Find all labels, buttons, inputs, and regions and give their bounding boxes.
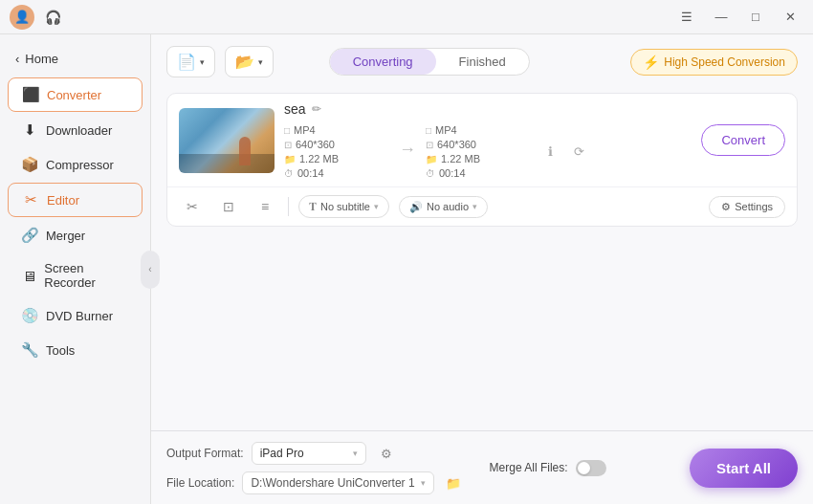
source-duration-value: 00:14	[297, 167, 324, 179]
start-all-button[interactable]: Start All	[690, 449, 798, 488]
sidebar-item-label: DVD Burner	[46, 309, 113, 323]
format-select-chevron: ▾	[353, 449, 358, 458]
tab-bar: Converting Finished	[329, 48, 530, 76]
avatar-icon[interactable]: 👤	[10, 5, 34, 30]
sidebar-item-label: Downloader	[46, 123, 112, 138]
edit-filename-icon[interactable]: ✏	[312, 102, 321, 116]
metadata-right: ℹ ⟳	[538, 141, 590, 164]
audio-select[interactable]: 🔊 No audio ▾	[399, 196, 488, 218]
thumbnail-overlay	[179, 154, 275, 173]
add-folder-chevron: ▾	[258, 57, 263, 67]
maximize-button[interactable]: □	[742, 4, 769, 31]
converter-icon: ⬛	[22, 86, 39, 103]
screen-recorder-icon: 🖥	[21, 268, 36, 284]
file-meta-row: □ MP4 ⊡ 640*360 📁 1.22 MB	[284, 124, 692, 179]
sidebar-collapse-button[interactable]: ‹	[141, 251, 160, 289]
sidebar-item-editor[interactable]: ✂ Editor	[8, 183, 143, 217]
source-resolution-value: 640*360	[296, 139, 335, 150]
bottom-left-section: Output Format: iPad Pro ▾ ⚙ File Locatio…	[166, 441, 461, 494]
thumbnail-figure	[239, 137, 251, 165]
merger-icon: 🔗	[21, 227, 38, 244]
sidebar-item-merger[interactable]: 🔗 Merger	[8, 219, 143, 252]
file-thumbnail	[179, 108, 275, 173]
dest-resolution-icon: ⊡	[426, 140, 433, 150]
dest-size: 📁 1.22 MB	[426, 153, 531, 164]
settings-label: Settings	[735, 201, 773, 212]
menu-icon[interactable]: ☰	[673, 4, 700, 31]
file-location-row: File Location: D:\Wondershare UniConvert…	[166, 471, 461, 494]
format-icon: □	[284, 125, 290, 136]
sidebar-item-label: Converter	[47, 88, 101, 102]
source-size: 📁 1.22 MB	[284, 153, 389, 164]
tools-icon: 🔧	[21, 341, 38, 359]
location-chevron: ▾	[421, 478, 426, 488]
file-item: sea ✏ □ MP4 ⊡	[166, 93, 798, 227]
settings-button[interactable]: ⚙ Settings	[709, 196, 785, 218]
output-format-select[interactable]: iPad Pro ▾	[252, 442, 366, 465]
home-link[interactable]: ‹ Home	[0, 44, 150, 74]
source-format: □ MP4	[284, 124, 389, 136]
output-format-row: Output Format: iPad Pro ▾ ⚙	[166, 441, 461, 466]
dest-duration-value: 00:14	[439, 167, 466, 179]
subtitle-icon: 𝐓	[309, 200, 317, 213]
add-folder-icon: 📂	[235, 53, 254, 71]
dest-duration: ⏱ 00:14	[426, 167, 531, 179]
effects-icon-button[interactable]: ≡	[252, 193, 278, 220]
source-duration: ⏱ 00:14	[284, 167, 389, 179]
lightning-icon: ⚡	[643, 55, 659, 70]
sidebar-item-tools[interactable]: 🔧 Tools	[8, 334, 143, 366]
cut-icon-button[interactable]: ✂	[179, 193, 206, 220]
sidebar: ‹ Home ⬛ Converter ⬇ Downloader 📦 Compre…	[0, 34, 151, 504]
merge-toggle[interactable]	[576, 460, 606, 476]
add-folder-button[interactable]: 📂 ▾	[225, 46, 274, 77]
add-file-icon: 📄	[177, 53, 196, 71]
file-location-input[interactable]: D:\Wondershare UniConverter 1 ▾	[242, 471, 433, 494]
content-area: 📄 ▾ 📂 ▾ Converting Finished ⚡ High Speed…	[151, 34, 813, 504]
sidebar-item-label: Editor	[47, 193, 79, 208]
convert-button[interactable]: Convert	[701, 124, 785, 156]
sidebar-item-label: Screen Recorder	[44, 261, 129, 290]
titlebar: 👤 🎧 ☰ — □ ✕	[0, 0, 813, 34]
sidebar-item-downloader[interactable]: ⬇ Downloader	[8, 114, 143, 146]
file-dest-info: □ MP4 ⊡ 640*360 📁 1.22 MB	[426, 124, 531, 179]
resolution-icon: ⊡	[284, 140, 292, 150]
dest-size-value: 1.22 MB	[441, 153, 480, 164]
dest-resolution: ⊡ 640*360	[426, 139, 531, 150]
toolbar: 📄 ▾ 📂 ▾ Converting Finished ⚡ High Speed…	[151, 34, 813, 85]
crop-icon-button[interactable]: ⊡	[215, 193, 242, 220]
sidebar-item-label: Merger	[46, 229, 85, 243]
file-location-value: D:\Wondershare UniConverter 1	[251, 476, 414, 490]
sidebar-item-converter[interactable]: ⬛ Converter	[8, 77, 143, 112]
file-list: sea ✏ □ MP4 ⊡	[151, 85, 813, 430]
file-source-info: □ MP4 ⊡ 640*360 📁 1.22 MB	[284, 124, 389, 179]
close-button[interactable]: ✕	[777, 4, 803, 31]
subtitle-label: No subtitle	[320, 201, 370, 212]
browse-folder-icon[interactable]: 📁	[446, 476, 461, 491]
output-settings-icon[interactable]: ⚙	[374, 441, 399, 466]
merge-files-label: Merge All Files:	[490, 461, 568, 474]
add-file-button[interactable]: 📄 ▾	[166, 46, 215, 77]
source-format-value: MP4	[294, 124, 316, 136]
dest-format-value: MP4	[435, 124, 457, 136]
source-size-value: 1.22 MB	[299, 153, 339, 164]
settings-gear-icon: ⚙	[721, 201, 731, 213]
compressor-icon: 📦	[21, 156, 38, 173]
subtitle-select[interactable]: 𝐓 No subtitle ▾	[298, 195, 389, 218]
file-name-row: sea ✏	[284, 101, 692, 117]
sidebar-item-compressor[interactable]: 📦 Compressor	[8, 148, 143, 181]
headphone-icon[interactable]: 🎧	[40, 5, 65, 30]
audio-icon: 🔊	[409, 201, 423, 213]
sidebar-item-dvd-burner[interactable]: 💿 DVD Burner	[8, 299, 143, 332]
sidebar-item-screen-recorder[interactable]: 🖥 Screen Recorder	[8, 253, 143, 297]
dest-format-icon: □	[426, 125, 431, 136]
file-info-button[interactable]: ℹ	[538, 141, 561, 164]
subtitle-chevron: ▾	[374, 202, 379, 211]
merge-section: Merge All Files:	[490, 460, 606, 476]
sidebar-item-label: Compressor	[46, 158, 114, 172]
minimize-button[interactable]: —	[708, 4, 735, 31]
titlebar-controls: ☰ — □ ✕	[673, 4, 803, 31]
high-speed-conversion-button[interactable]: ⚡ High Speed Conversion	[630, 49, 798, 76]
refresh-icon[interactable]: ⟳	[567, 141, 590, 164]
tab-finished[interactable]: Finished	[436, 49, 529, 75]
tab-converting[interactable]: Converting	[330, 49, 436, 75]
